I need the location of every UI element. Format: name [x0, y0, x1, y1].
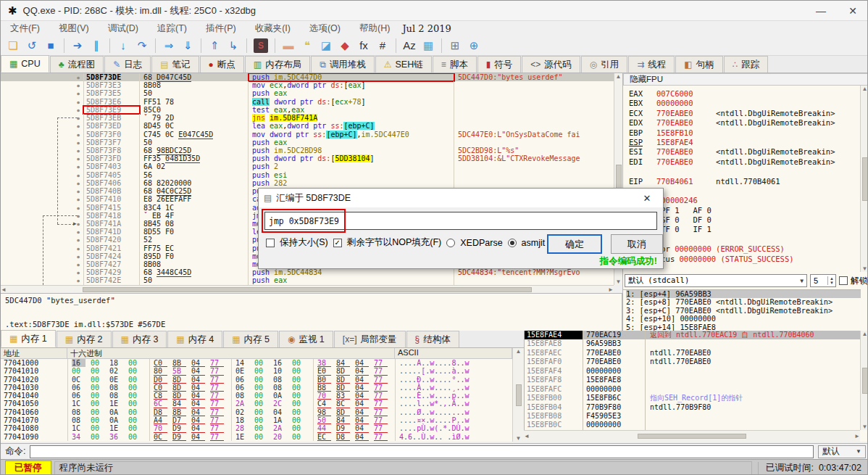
register-line[interactable] — [629, 186, 861, 196]
register-line[interactable]: EBX 00000000 — [629, 99, 861, 108]
scylla-icon[interactable]: S — [254, 38, 268, 53]
tab-callstack[interactable]: ⧉调用堆栈 — [311, 56, 375, 73]
stack-row[interactable]: 15E8FAE896A59BB3 — [525, 339, 868, 348]
disasm-row[interactable]: ●5D8F73EBˇ 79 2Djns im.5D8F741A — [1, 114, 614, 122]
comments-icon[interactable]: ❝ — [299, 37, 316, 54]
dump-tab[interactable]: ▦内存 5 — [223, 331, 278, 347]
disasm-row[interactable]: ●5D8F73ED8D45 0Clea eax,dword ptr ss:[eb… — [1, 122, 614, 130]
tab-seh[interactable]: ⚠SEH链 — [375, 56, 432, 73]
ok-button[interactable]: 确定 — [547, 234, 602, 254]
tab-trace[interactable]: ∴跟踪 — [724, 56, 769, 73]
register-line[interactable]: ESP 15E8FAE4 — [629, 138, 861, 147]
disasm-row[interactable]: ●5D8F73FDFF35 0481D35Dpush dword ptr ds:… — [1, 154, 614, 162]
disasm-row[interactable]: ●5D8F742E50push eax — [1, 276, 614, 284]
disasm-row[interactable]: ●5D8F73F750push eax — [1, 139, 614, 146]
register-line[interactable] — [629, 167, 861, 176]
disasm-row[interactable]: ●5D8F73E550push eax — [1, 89, 614, 97]
dump-row[interactable]: 770410501C001E006C8404772A002C00C48C0477… — [1, 400, 512, 408]
run-to-selection-icon[interactable]: ⇒ — [160, 37, 178, 54]
step-into-icon[interactable]: ↓ — [114, 37, 132, 54]
register-line[interactable] — [629, 264, 861, 272]
register-line[interactable]: EBP 15E8FB10 — [629, 128, 861, 138]
dump-tab[interactable]: ▦内存 4 — [167, 331, 222, 347]
xedparse-radio[interactable] — [446, 239, 455, 247]
dump-row[interactable]: 7704103006000800C08D047706000800B88D0477… — [1, 384, 512, 392]
tab-symbols[interactable]: ▮符号 — [477, 56, 522, 73]
labels-icon[interactable]: ◪ — [317, 37, 335, 54]
command-input[interactable] — [30, 445, 814, 458]
menu-item[interactable]: 帮助(H) — [350, 21, 399, 36]
argument-row[interactable]: 4: [esp+10] 00000000 — [626, 315, 861, 323]
tab-handles[interactable]: ◧句柄 — [675, 56, 722, 73]
tab-cpu[interactable]: ▦CPU — [1, 55, 49, 73]
dump-rows[interactable]: 7704100016001800C08B04771400160038840477… — [1, 359, 512, 442]
minimize-button[interactable]: — — [805, 1, 837, 20]
disasm-row[interactable]: ●5D8F73F868 98BDC25Dpush im.5DC2BD985DC2… — [1, 146, 614, 154]
step-into-user-icon[interactable]: ↳ — [225, 37, 242, 54]
dump-row[interactable]: 7704107008000A00A4D7047718001A0050840477… — [1, 416, 512, 424]
stack-row[interactable]: 15E8FAE4770EAC19返回到 ntdll.770EAC19 自 ntd… — [525, 331, 868, 339]
dump-row[interactable]: 77041090340036000CD904771E002000ECD80477… — [1, 433, 512, 441]
disasm-row[interactable]: ●5D8F73DE68 D047C45Dpush im.5DC447D05DC4… — [1, 73, 614, 81]
register-line[interactable]: EDI 770EABE0 <ntdll.DbgUiRemoteBreakin> — [629, 157, 861, 167]
dump-row[interactable]: 770410801C001E0070D9047728002A0044D90477… — [1, 424, 512, 432]
functions-icon[interactable]: fx — [355, 37, 372, 54]
hide-fpu-button[interactable]: 隐藏FPU — [623, 73, 868, 86]
stack-row[interactable]: 15E8FAEC770EABE0ntdll.770EABE0 — [525, 349, 868, 358]
asmjit-radio[interactable] — [508, 239, 517, 247]
register-line[interactable]: LastStatus 00000000 (STATUS_SUCCESS) — [629, 255, 861, 264]
dump-row[interactable]: 7704101000000200805B04770E001000E08D0477… — [1, 367, 512, 375]
register-line[interactable]: LastError 00000000 (ERROR_SUCCESS) — [629, 244, 861, 254]
close-button[interactable]: ✕ — [837, 1, 868, 20]
stack-row[interactable]: 15E8FB0015E8FB6C指向SEH_Record[1]的指针 — [525, 394, 868, 402]
tab-log[interactable]: ✎日志 — [104, 56, 151, 73]
dump-row[interactable]: 7704100016001800C08B04771400160038840477… — [1, 359, 512, 367]
dialog-close-icon[interactable]: ✕ — [636, 193, 658, 204]
tab-notes[interactable]: ▤笔记 — [151, 56, 199, 73]
menu-item[interactable]: 选项(O) — [300, 21, 350, 36]
stack-row[interactable]: 15E8FB08F45905E3 — [525, 412, 868, 421]
disasm-row[interactable]: ●5D8F73E6FF51 78call dword ptr ds:[ecx+7… — [1, 98, 614, 106]
register-line[interactable]: OF 0 SF 0 DF 0 — [629, 215, 861, 225]
tab-graph[interactable]: ♣流程图 — [50, 56, 104, 73]
menu-item[interactable]: 文件(F) — [1, 21, 49, 36]
tab-memmap[interactable]: ▥内存布局 — [245, 56, 310, 73]
command-script-select[interactable]: 默认▼ — [818, 445, 866, 458]
notes-icon[interactable]: ▦ — [420, 37, 437, 54]
case-icon[interactable]: Az — [401, 37, 418, 54]
keep-size-checkbox[interactable] — [266, 239, 275, 247]
disasm-row[interactable]: ●5D8F73E38B08mov ecx,dword ptr ds:[eax] — [1, 81, 614, 89]
disasm-hscrollbar[interactable]: ◄► — [1, 285, 614, 293]
tab-breakpoints[interactable]: ●断点 — [200, 56, 244, 73]
dump-row[interactable]: 770410200C000E00D08D047706000800B08D0477… — [1, 376, 512, 384]
dialog-title-bar[interactable]: ▤ 汇编于 5D8F73DE ✕ — [259, 189, 663, 207]
tab-references[interactable]: ◎引用 — [581, 56, 627, 73]
patches-icon[interactable]: ▬ — [280, 37, 297, 54]
calling-convention-select[interactable]: 默认 (stdcall)▼ — [625, 274, 807, 287]
register-line[interactable]: ESI 770EABE0 <ntdll.DbgUiRemoteBreakin> — [629, 147, 861, 157]
arg-count-spinner[interactable]: 5▲▼ — [810, 274, 836, 287]
register-line[interactable]: ZF 1 PF 1 AF 0 — [629, 206, 861, 215]
register-line[interactable]: CF 0 TF 0 IF 1 — [629, 225, 861, 234]
register-line[interactable]: EFLAGS 00000246 — [629, 196, 861, 205]
menu-item[interactable]: 插件(P) — [196, 21, 246, 36]
dump-tab[interactable]: ▦内存 2 — [57, 331, 112, 347]
disasm-row[interactable]: ●5D8F73E985C0test eax,eax — [1, 106, 614, 114]
run-to-user-code-icon[interactable]: ⇑ — [206, 37, 223, 54]
menu-item[interactable]: 调试(D) — [99, 21, 148, 36]
run-icon[interactable]: ➔ — [69, 37, 86, 54]
calculator-icon[interactable]: ⊞ — [446, 37, 464, 54]
dump-tab[interactable]: [x=]局部变量 — [334, 331, 406, 347]
tab-source[interactable]: <>源代码 — [522, 56, 580, 73]
stack-row[interactable]: 15E8FAF0770EABE0ntdll.770EABE0 — [525, 358, 868, 366]
stack-row[interactable]: 15E8FB0C00000000 — [525, 421, 868, 429]
unlock-checkbox[interactable] — [839, 276, 848, 285]
execute-till-return-icon[interactable]: ⇓ — [179, 37, 196, 54]
disasm-row[interactable]: ●5D8F73F0C745 0C E047C45Dmov dword ptr s… — [1, 131, 614, 139]
register-line[interactable]: ECX 770EABE0 <ntdll.DbgUiRemoteBreakin> — [629, 109, 861, 118]
tab-script[interactable]: ≡脚本 — [433, 56, 477, 73]
stack-vscrollbar[interactable]: ▲▼ — [860, 331, 868, 430]
stop-icon[interactable]: ■ — [42, 37, 59, 54]
disasm-row[interactable]: ●5D8F740556push esi — [1, 171, 614, 179]
dump-tab[interactable]: ▦内存 3 — [112, 331, 167, 347]
